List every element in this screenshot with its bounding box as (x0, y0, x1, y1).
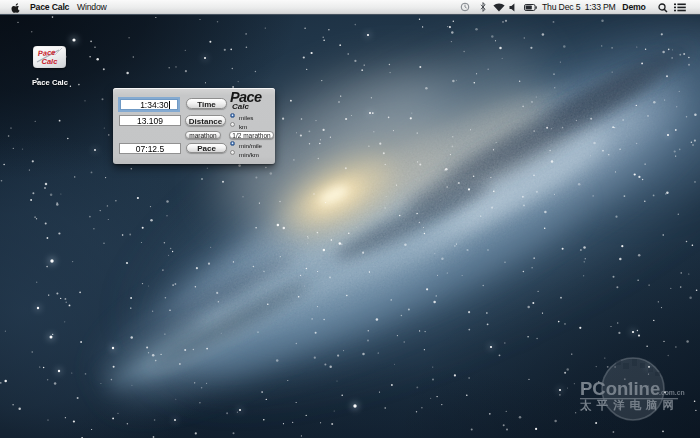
svg-text:太平洋电脑网: 太平洋电脑网 (579, 399, 679, 412)
svg-text:PConline: PConline (580, 378, 660, 399)
svg-text:Calc: Calc (42, 57, 59, 66)
svg-text:.com.cn: .com.cn (659, 389, 685, 396)
